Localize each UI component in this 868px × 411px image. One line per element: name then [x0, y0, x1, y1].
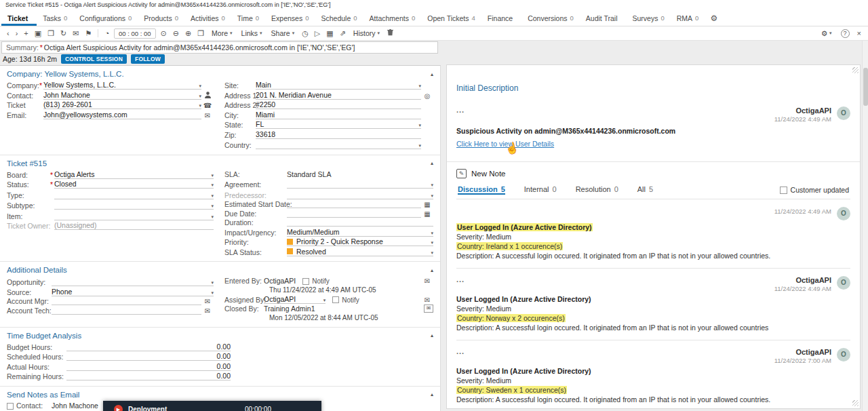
envelope-icon[interactable]: ✉: [201, 112, 214, 119]
duration-input[interactable]: [287, 218, 433, 227]
tab-products[interactable]: Products0: [138, 10, 184, 26]
ticket-owner-input[interactable]: (Unassigned): [54, 221, 214, 230]
history-dropdown[interactable]: History▾: [349, 29, 384, 37]
calendar-icon[interactable]: ▦: [421, 210, 433, 218]
help-icon[interactable]: ?: [841, 29, 850, 38]
tab-resolution[interactable]: Resolution0: [576, 185, 618, 195]
customer-updated-checkbox[interactable]: Customer updated: [780, 186, 849, 194]
add-icon[interactable]: +: [21, 27, 31, 39]
save-close-icon[interactable]: ❐: [45, 27, 57, 39]
entered-notify-checkbox[interactable]: Notify: [302, 277, 330, 285]
board-select[interactable]: Octiga Alerts▾: [54, 170, 214, 179]
item-select[interactable]: ▾: [54, 211, 214, 220]
tab-internal[interactable]: Internal0: [524, 185, 557, 195]
share-dropdown[interactable]: Share▾: [267, 29, 299, 37]
tab-time[interactable]: Time0: [231, 10, 265, 26]
refresh-icon[interactable]: ↻: [58, 27, 69, 39]
schedule-clock-icon[interactable]: ◷: [299, 27, 311, 39]
zip-input[interactable]: 33618: [256, 130, 421, 139]
opportunity-select[interactable]: ▾: [52, 277, 214, 286]
account-mgr-input[interactable]: [52, 297, 201, 305]
forward-icon[interactable]: ›: [13, 27, 21, 39]
priority-select[interactable]: Priority 2 - Quick Response▾: [287, 237, 433, 246]
envelope-icon[interactable]: ✉: [201, 298, 214, 305]
timer-stop-icon[interactable]: ⊙: [158, 27, 170, 39]
save-icon[interactable]: ▣: [32, 27, 44, 39]
tab-configurations[interactable]: Configurations0: [73, 10, 138, 26]
sla-status-select[interactable]: Resolved▾: [287, 248, 433, 256]
map-target-icon[interactable]: ◎: [421, 92, 433, 100]
envelope-icon[interactable]: ✉: [201, 307, 214, 315]
calendar-icon[interactable]: ▦: [421, 201, 433, 208]
contact-checkbox[interactable]: [7, 403, 14, 410]
back-icon[interactable]: ‹: [4, 27, 12, 39]
phone-icon[interactable]: ☎: [201, 102, 214, 109]
timer-add-icon[interactable]: ⊕: [182, 27, 194, 39]
site-select[interactable]: Main▾: [256, 81, 421, 90]
calendar-icon[interactable]: ▦: [323, 27, 336, 39]
country-select[interactable]: ▾: [256, 140, 421, 149]
links-dropdown[interactable]: Links▾: [237, 29, 267, 37]
tab-attachments[interactable]: Attachments0: [363, 10, 422, 26]
follow-button[interactable]: FOLLOW: [131, 54, 165, 64]
tab-finance[interactable]: Finance: [481, 10, 521, 26]
collapse-icon[interactable]: ▴: [431, 160, 433, 166]
vertical-scrollbar[interactable]: [862, 41, 868, 411]
state-select[interactable]: FL▾: [256, 120, 421, 129]
envelope-boxed-icon[interactable]: ✉: [424, 305, 433, 313]
budget-hours-input[interactable]: 0.00: [66, 342, 231, 351]
due-date-input[interactable]: [287, 210, 421, 218]
company-select[interactable]: Yellow Systems, L.L.C.▾: [43, 81, 201, 90]
delete-icon[interactable]: [384, 27, 396, 39]
export-icon[interactable]: ⇗: [337, 27, 349, 39]
envelope-icon[interactable]: ✉: [421, 277, 433, 285]
address1-input[interactable]: 201 N. Meridian Avenue: [256, 91, 421, 100]
subtype-select[interactable]: ▾: [54, 200, 214, 210]
collapse-icon[interactable]: ▴: [431, 332, 433, 338]
note-menu[interactable]: ...: [456, 106, 465, 113]
more-dropdown[interactable]: More▾: [208, 29, 236, 37]
new-note-button[interactable]: ✎ New Note: [456, 169, 850, 178]
account-tech-input[interactable]: [52, 307, 201, 315]
tab-surveys[interactable]: Surveys0: [627, 10, 671, 26]
collapse-icon[interactable]: ▴: [431, 267, 433, 273]
collapse-icon[interactable]: ▴: [431, 71, 433, 77]
tab-rma[interactable]: RMA0: [671, 10, 705, 26]
tab-audit-trail[interactable]: Audit Trail: [580, 10, 627, 26]
contact-person-icon[interactable]: [201, 92, 214, 100]
phone-input[interactable]: (813) 269-2601▾: [43, 100, 201, 109]
email-input[interactable]: John@yellowsystems.com: [43, 111, 201, 119]
tab-expenses[interactable]: Expenses0: [265, 10, 315, 26]
flag-icon[interactable]: ⚑: [83, 27, 95, 39]
tab-open-tickets[interactable]: Open Tickets4: [421, 10, 481, 26]
actual-hours-input[interactable]: 0.00: [66, 362, 231, 371]
tab-ticket[interactable]: Ticket: [1, 10, 37, 26]
contact-select[interactable]: John Machone▾: [43, 91, 201, 100]
envelope-icon[interactable]: ✉: [421, 296, 433, 304]
close-icon[interactable]: ×: [854, 27, 864, 39]
copy-icon[interactable]: ❐: [195, 27, 207, 39]
address2-input[interactable]: #2250: [256, 100, 421, 109]
agreement-select[interactable]: ▾: [287, 179, 433, 189]
type-select[interactable]: ▾: [54, 190, 214, 199]
resize-grip[interactable]: [852, 400, 859, 406]
email-icon[interactable]: ✉: [70, 27, 81, 39]
tab-schedule[interactable]: Schedule0: [315, 10, 363, 26]
scheduled-hours-input[interactable]: 0.00: [66, 352, 231, 361]
tab-settings-gear-icon[interactable]: ⚙: [705, 10, 723, 26]
scrollbar-thumb[interactable]: [863, 68, 868, 106]
assigned-notify-checkbox[interactable]: Notify: [332, 296, 359, 304]
assigned-by-select[interactable]: OctigaAPI▾: [264, 295, 326, 304]
timer-pause-icon[interactable]: ⊖: [170, 27, 182, 39]
tab-activities[interactable]: Activities0: [184, 10, 231, 26]
note-menu[interactable]: ...: [456, 276, 465, 283]
deployment-timer-toast[interactable]: ▶ Deployment 00:00:00: [103, 401, 321, 411]
summary-input[interactable]: Octiga Alert Suspicious Activity for adm…: [44, 43, 355, 52]
collapse-icon[interactable]: ▴: [431, 391, 433, 397]
impact-urgency-select[interactable]: Medium/Medium▾: [287, 228, 433, 237]
timer-start-icon[interactable]: ◔: [102, 27, 112, 39]
control-session-button[interactable]: CONTROL SESSION: [61, 54, 127, 64]
city-input[interactable]: Miami: [256, 111, 421, 119]
predecessor-select[interactable]: ▾: [287, 190, 433, 199]
tab-all[interactable]: All5: [637, 185, 653, 195]
